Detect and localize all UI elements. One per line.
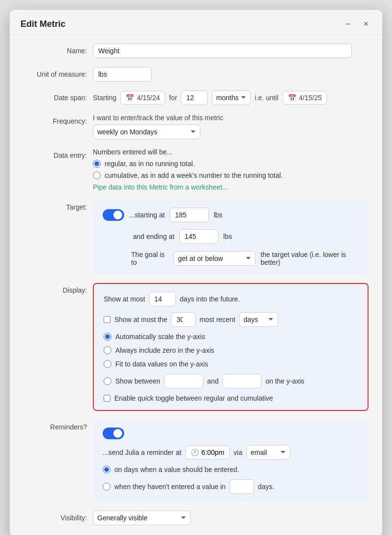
radio-include-zero-row: Always include zero in the y-axis	[104, 346, 358, 354]
start-date-value: 4/15/24	[137, 94, 160, 102]
when-havent-days-input[interactable]	[230, 479, 254, 494]
radio-when-havent-label: when they haven't entered a value in	[114, 483, 226, 491]
target-unit1: lbs	[214, 211, 222, 219]
starting-label: Starting	[93, 94, 116, 102]
radio-show-between[interactable]	[104, 377, 111, 385]
unit-label: Unit of measure:	[23, 67, 87, 78]
target-starting-at-label: ...starting at	[129, 211, 165, 219]
reminder-time-button[interactable]: 🕐 6:00pm	[185, 446, 230, 459]
close-button[interactable]: ×	[360, 19, 371, 29]
frequency-label: Frequency:	[23, 114, 87, 125]
date-span-content: Starting 📅 4/15/24 for months weeks days…	[93, 90, 369, 105]
radio-cumulative[interactable]	[93, 171, 101, 179]
unit-content	[93, 67, 369, 82]
show-at-most-suffix: days into the future.	[180, 295, 240, 303]
target-ending-row: and ending at lbs	[103, 229, 359, 244]
reminders-wrapper: Reminders? ...send Julia a reminder at 🕐	[23, 420, 369, 502]
radio-regular-label: regular, as in no running total.	[105, 160, 195, 168]
visibility-row: Visibility: Generally visible Private Pu…	[23, 511, 369, 525]
goal-dropdown[interactable]: get at or below get at or above stay wit…	[174, 251, 256, 266]
show-at-most-row: Show at most days into the future.	[104, 292, 358, 306]
radio-regular[interactable]	[93, 160, 101, 168]
target-start-input[interactable]	[170, 208, 209, 222]
window-controls: − ×	[343, 19, 371, 29]
show-most-recent-checkbox[interactable]	[104, 316, 110, 323]
target-ending-at-label: and ending at	[133, 233, 174, 240]
start-date-button[interactable]: 📅 4/15/24	[120, 91, 165, 105]
display-section: Show at most days into the future. Show …	[93, 283, 369, 411]
display-wrapper: Display: Show at most days into the futu…	[23, 283, 369, 411]
data-entry-content: Numbers entered will be... regular, as i…	[93, 148, 369, 191]
radio-include-zero[interactable]	[104, 346, 111, 354]
reminder-time-value: 6:00pm	[201, 449, 224, 456]
minimize-button[interactable]: −	[343, 19, 354, 29]
data-entry-row: Data entry: Numbers entered will be... r…	[23, 148, 369, 191]
visibility-dropdown[interactable]: Generally visible Private Public	[93, 511, 191, 525]
most-recent-unit-dropdown[interactable]: days weeks months	[239, 312, 278, 327]
radio-on-days-label: on days when a value should be entered.	[114, 466, 239, 473]
radio-show-between-row: Show between and on the y-axis	[104, 374, 358, 388]
end-date-button[interactable]: 📅 4/15/25	[283, 91, 327, 105]
form-body: Name: Unit of measure: Date span: Starti…	[10, 35, 382, 535]
target-goal-suffix: the target value (i.e. lower is better)	[261, 251, 359, 266]
name-label: Name:	[23, 43, 87, 55]
frequency-description: I want to enter/track the value of this …	[93, 114, 369, 122]
target-label: Target:	[23, 200, 87, 211]
target-toggle-row: ...starting at lbs	[103, 208, 359, 222]
target-end-input[interactable]	[179, 229, 218, 244]
radio-on-days[interactable]	[103, 466, 110, 473]
name-input[interactable]	[93, 43, 352, 58]
calendar-icon-start: 📅	[126, 94, 134, 102]
radio-when-havent-row: when they haven't entered a value in day…	[103, 479, 359, 494]
radio-on-days-row: on days when a value should be entered.	[103, 466, 359, 473]
reminders-content: ...send Julia a reminder at 🕐 6:00pm via…	[93, 420, 369, 502]
pipe-link[interactable]: Pipe data into this Metric from a worksh…	[93, 183, 369, 191]
for-label: for	[169, 94, 177, 102]
show-most-recent-row: Show at most the most recent days weeks …	[104, 312, 358, 327]
target-goal-row: The goal is to get at or below get at or…	[103, 251, 359, 266]
radio-when-havent[interactable]	[103, 483, 110, 491]
dialog-title: Edit Metric	[21, 19, 65, 29]
when-havent-suffix: days.	[258, 483, 274, 491]
show-most-recent-label: Show at most the	[114, 316, 167, 323]
show-at-most-label: Show at most	[104, 295, 145, 303]
for-value-input[interactable]	[181, 90, 208, 105]
enable-toggle-checkbox[interactable]	[104, 395, 110, 402]
radio-auto-scale-row: Automatically scale the y-axis	[104, 333, 358, 341]
target-toggle[interactable]	[103, 209, 124, 221]
name-content	[93, 43, 369, 58]
radio-regular-row: regular, as in no running total.	[93, 160, 369, 168]
reminders-section: ...send Julia a reminder at 🕐 6:00pm via…	[93, 420, 369, 502]
unit-input[interactable]	[93, 67, 152, 82]
name-row: Name:	[23, 43, 369, 58]
end-date-value: 4/15/25	[299, 94, 322, 102]
most-recent-type: most recent	[199, 316, 235, 323]
radio-show-between-label: Show between	[115, 377, 160, 385]
frequency-dropdown[interactable]: daily weekly on Mondays monthly yearly	[93, 125, 200, 139]
via-dropdown[interactable]: email SMS push	[246, 445, 290, 460]
date-span-label: Date span:	[23, 90, 87, 102]
reminder-send-label: ...send Julia a reminder at	[103, 449, 181, 456]
radio-auto-scale-label: Automatically scale the y-axis	[115, 333, 205, 341]
radio-auto-scale[interactable]	[104, 333, 111, 341]
visibility-content: Generally visible Private Public	[93, 511, 369, 525]
most-recent-value-input[interactable]	[171, 312, 196, 327]
date-span-row: Date span: Starting 📅 4/15/24 for months…	[23, 90, 369, 105]
radio-fit-data-row: Fit to data values on the y-axis	[104, 360, 358, 368]
radio-fit-data[interactable]	[104, 360, 111, 368]
unit-row: Unit of measure:	[23, 67, 369, 82]
period-dropdown[interactable]: months weeks days	[212, 90, 251, 105]
display-label: Display:	[23, 283, 87, 294]
reminder-via-label: via	[234, 449, 242, 456]
show-between-and: and	[207, 377, 218, 385]
enable-toggle-label: Enable quick toggle between regular and …	[114, 394, 273, 402]
y-axis-min-input[interactable]	[164, 374, 203, 388]
reminders-toggle-slider	[103, 428, 124, 439]
display-content: Show at most days into the future. Show …	[93, 283, 369, 411]
target-unit2: lbs	[223, 233, 232, 240]
y-axis-max-input[interactable]	[222, 374, 261, 388]
reminders-toggle[interactable]	[103, 428, 124, 439]
show-at-most-input[interactable]	[149, 292, 176, 306]
title-bar: Edit Metric − ×	[10, 10, 382, 35]
data-entry-label: Data entry:	[23, 148, 87, 159]
